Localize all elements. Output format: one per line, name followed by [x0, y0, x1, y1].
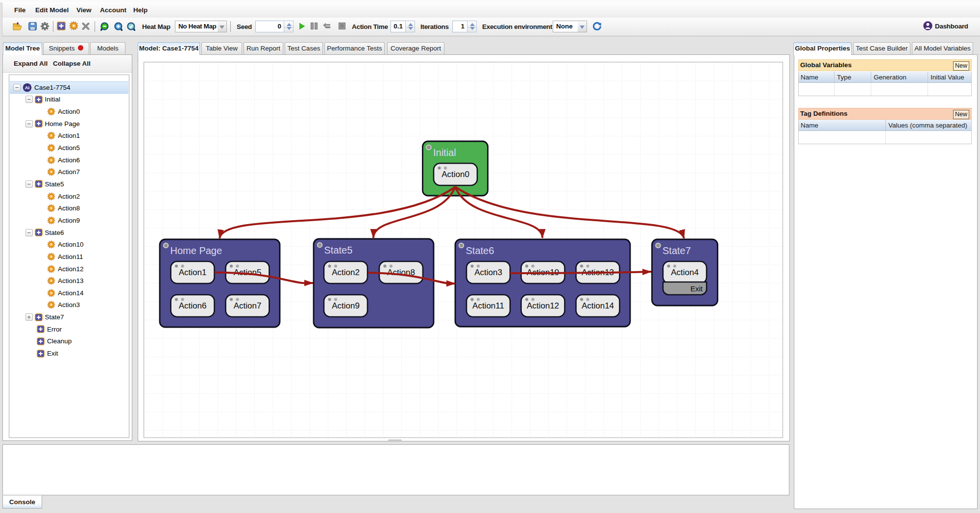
svg-text:Action14: Action14: [582, 301, 614, 310]
svg-text:Action6: Action6: [179, 301, 207, 310]
svg-text:Action0: Action0: [441, 170, 469, 179]
svg-text:State5: State5: [324, 245, 353, 256]
svg-text:Action1: Action1: [179, 268, 207, 277]
svg-text:Home Page: Home Page: [171, 245, 222, 256]
svg-text:AI: AI: [25, 85, 30, 90]
svg-text:Action12: Action12: [527, 301, 559, 310]
svg-text:Action4: Action4: [671, 268, 699, 277]
svg-text:Action11: Action11: [472, 301, 504, 310]
svg-text:State6: State6: [466, 245, 494, 256]
svg-text:Action3: Action3: [474, 268, 502, 277]
svg-text:Action9: Action9: [332, 301, 360, 310]
svg-text:State7: State7: [662, 245, 691, 256]
svg-text:Action7: Action7: [234, 301, 262, 310]
svg-text:Initial: Initial: [433, 147, 456, 158]
svg-text:Exit: Exit: [690, 284, 703, 293]
svg-text:Action2: Action2: [332, 268, 360, 277]
